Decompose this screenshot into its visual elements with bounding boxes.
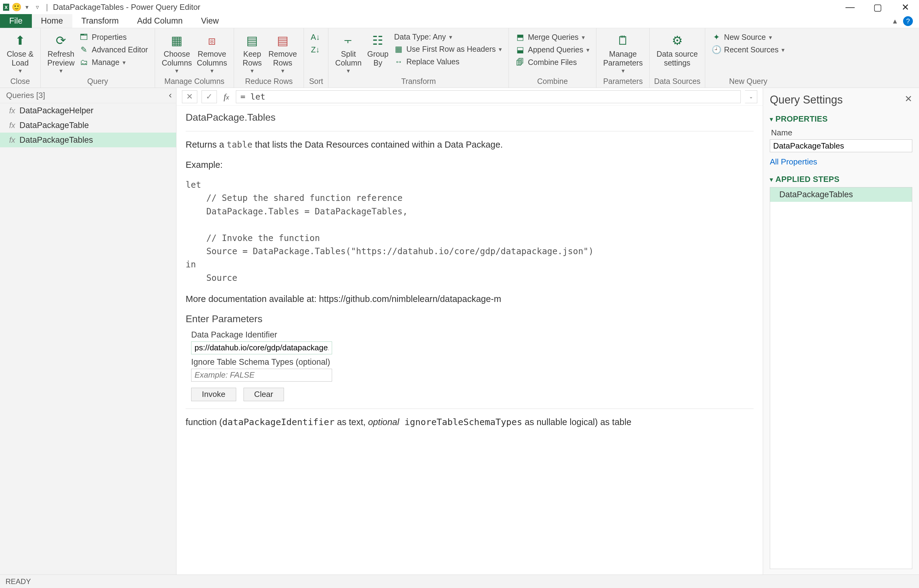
enter-parameters-heading: Enter Parameters [186, 313, 754, 325]
qat-dropdown-icon[interactable]: ▾ [23, 3, 31, 11]
split-column-button[interactable]: ⫟Split Column [333, 30, 364, 74]
smiley-icon[interactable]: 🙂 [13, 3, 20, 11]
merge-queries-button[interactable]: ⬒Merge Queries [514, 32, 591, 42]
fx-icon: fx [9, 136, 15, 145]
queries-panel: Queries [3] ‹ fxDataPackageHelper fxData… [0, 88, 176, 575]
close-and-load-button[interactable]: ⬆ Close & Load [4, 30, 36, 74]
remove-rows-icon: ▤ [277, 32, 289, 49]
app-icon: x [2, 3, 10, 11]
function-doc: DataPackage.Tables Returns a table that … [176, 106, 763, 575]
first-row-headers-button[interactable]: ▦Use First Row as Headers [393, 44, 503, 55]
advanced-editor-icon: ✎ [79, 45, 89, 55]
more-docs: More documentation available at: https:/… [186, 292, 754, 306]
collapse-ribbon-icon[interactable]: ▴ [893, 16, 897, 26]
close-window-button[interactable]: ✕ [892, 0, 919, 14]
choose-columns-button[interactable]: ▦Choose Columns [159, 30, 194, 74]
title-bar: x 🙂 ▾ ▿ | DataPackageTables - Power Quer… [0, 0, 919, 14]
minimize-button[interactable]: — [836, 0, 864, 14]
formula-bar: ✕ ✓ fx ⌄ [176, 88, 763, 106]
example-code: let // Setup the shared function referen… [186, 178, 754, 284]
new-source-button[interactable]: ✦New Source [711, 32, 786, 42]
fx-label-icon: fx [221, 92, 232, 102]
append-icon: ⬓ [515, 45, 525, 55]
queries-header: Queries [3] ‹ [0, 88, 176, 103]
qat-overflow-icon[interactable]: ▿ [34, 3, 41, 11]
group-by-button[interactable]: ☷Group By [364, 30, 391, 67]
formula-input[interactable] [236, 90, 741, 103]
help-icon[interactable]: ? [903, 16, 913, 26]
choose-columns-icon: ▦ [171, 32, 183, 49]
example-label: Example: [186, 158, 754, 172]
group-parameters: 🗒Manage Parameters Parameters [596, 28, 650, 87]
center-panel: ✕ ✓ fx ⌄ DataPackage.Tables Returns a ta… [176, 88, 763, 575]
append-queries-button[interactable]: ⬓Append Queries [514, 44, 591, 55]
expand-formula-icon[interactable]: ⌄ [745, 90, 757, 103]
keep-rows-button[interactable]: ▤Keep Rows [238, 30, 266, 74]
manage-icon: 🗂 [79, 58, 89, 67]
tab-home[interactable]: Home [32, 14, 72, 28]
group-transform: ⫟Split Column ☷Group By Data Type: Any ▦… [328, 28, 509, 87]
group-sort: A↓ Z↓ Sort [304, 28, 328, 87]
query-name-input[interactable] [770, 139, 912, 152]
ribbon: ⬆ Close & Load Close ⟳ Refresh Preview 🗔… [0, 28, 919, 88]
applied-steps-header[interactable]: APPLIED STEPS [770, 174, 912, 184]
maximize-button[interactable]: ▢ [864, 0, 892, 14]
close-load-icon: ⬆ [15, 32, 26, 49]
remove-columns-button[interactable]: ⧆Remove Columns [194, 30, 230, 74]
parameters-icon: 🗒 [617, 32, 629, 49]
manage-button[interactable]: 🗂Manage [78, 57, 149, 68]
remove-rows-button[interactable]: ▤Remove Rows [266, 30, 299, 74]
split-column-icon: ⫟ [342, 32, 354, 49]
sort-desc-icon: Z↓ [311, 45, 320, 55]
close-settings-icon[interactable]: ✕ [904, 94, 912, 104]
headers-icon: ▦ [394, 44, 403, 54]
tab-transform[interactable]: Transform [72, 14, 128, 28]
commit-formula-icon[interactable]: ✓ [202, 90, 217, 103]
manage-parameters-button[interactable]: 🗒Manage Parameters [601, 30, 645, 74]
data-type-button[interactable]: Data Type: Any [393, 32, 503, 42]
group-by-icon: ☷ [372, 32, 383, 49]
refresh-preview-button[interactable]: ⟳ Refresh Preview [45, 30, 77, 74]
query-item-0[interactable]: fxDataPackageHelper [0, 103, 176, 118]
recent-sources-button[interactable]: 🕘Recent Sources [711, 44, 786, 55]
fx-icon: fx [9, 106, 15, 115]
group-query: ⟳ Refresh Preview 🗔Properties ✎Advanced … [41, 28, 155, 87]
status-bar: READY [0, 575, 919, 588]
properties-button[interactable]: 🗔Properties [78, 32, 149, 42]
replace-values-button[interactable]: ↔Replace Values [393, 57, 503, 67]
refresh-icon: ⟳ [56, 32, 66, 49]
tab-view[interactable]: View [192, 14, 228, 28]
group-manage-columns: ▦Choose Columns ⧆Remove Columns Manage C… [155, 28, 234, 87]
param2-input[interactable] [191, 369, 332, 381]
cancel-formula-icon[interactable]: ✕ [182, 90, 197, 103]
function-title: DataPackage.Tables [186, 112, 754, 123]
param1-label: Data Package Identifier [191, 330, 754, 340]
tab-file[interactable]: File [0, 14, 32, 28]
replace-icon: ↔ [394, 57, 403, 66]
collapse-queries-icon[interactable]: ‹ [169, 90, 172, 100]
status-text: READY [5, 577, 31, 586]
fx-icon: fx [9, 121, 15, 130]
invoke-button[interactable]: Invoke [191, 388, 236, 401]
query-item-2[interactable]: fxDataPackageTables [0, 132, 176, 147]
group-close: ⬆ Close & Load Close [0, 28, 41, 87]
properties-section-header[interactable]: PROPERTIES [770, 114, 912, 124]
all-properties-link[interactable]: All Properties [770, 157, 817, 166]
merge-icon: ⬒ [515, 32, 525, 42]
sort-asc-button[interactable]: A↓ [309, 32, 321, 42]
name-label: Name [771, 128, 912, 137]
param1-input[interactable] [191, 341, 332, 354]
combine-files-button[interactable]: 🗐Combine Files [514, 57, 591, 68]
data-source-settings-button[interactable]: ⚙Data source settings [654, 30, 700, 67]
clear-button[interactable]: Clear [244, 388, 284, 401]
combine-files-icon: 🗐 [515, 58, 525, 67]
group-new-query: ✦New Source 🕘Recent Sources New Query [705, 28, 791, 87]
query-item-1[interactable]: fxDataPackageTable [0, 118, 176, 132]
recent-sources-icon: 🕘 [712, 45, 721, 55]
new-source-icon: ✦ [712, 32, 721, 42]
applied-step-0[interactable]: DataPackageTables [770, 187, 912, 202]
window-title: DataPackageTables - Power Query Editor [53, 2, 200, 12]
tab-add-column[interactable]: Add Column [128, 14, 192, 28]
advanced-editor-button[interactable]: ✎Advanced Editor [78, 44, 149, 55]
sort-desc-button[interactable]: Z↓ [309, 44, 321, 55]
